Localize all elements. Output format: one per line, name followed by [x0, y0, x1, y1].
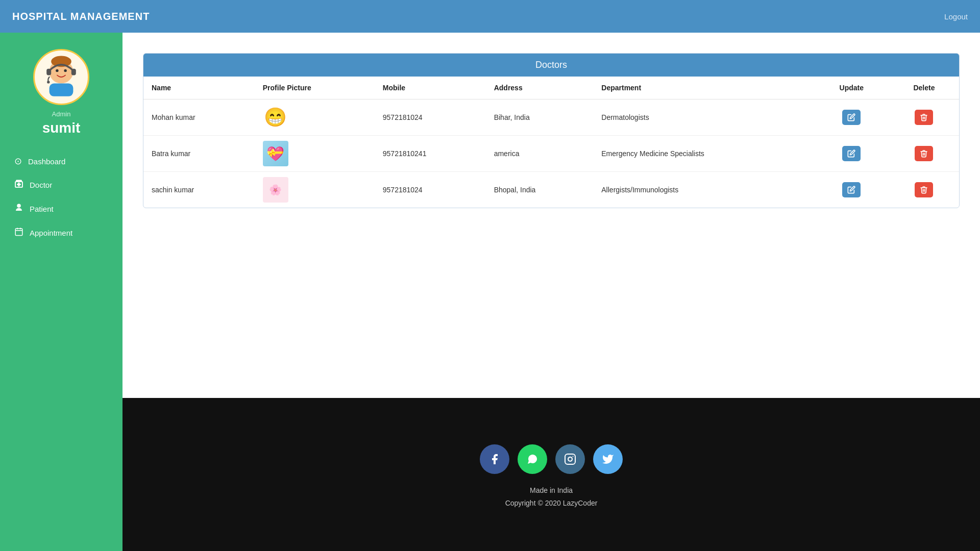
table-row: Batra kumar💝95721810241americaEmergency … — [143, 136, 959, 172]
svg-point-4 — [56, 69, 58, 72]
social-icons-group — [480, 444, 623, 474]
doctor-icon — [14, 179, 23, 191]
facebook-button[interactable] — [480, 444, 509, 474]
sidebar-label-patient: Patient — [30, 205, 54, 213]
doctor-profile-pic: 😁 — [255, 99, 375, 136]
svg-point-5 — [64, 69, 66, 72]
app-title: HOSPITAL MANAGEMENT — [12, 11, 150, 22]
sidebar-item-dashboard[interactable]: ⊙ Dashboard — [6, 151, 116, 172]
twitter-button[interactable] — [593, 444, 623, 474]
doctor-department: Allergists/Immunologists — [593, 172, 814, 208]
update-cell — [814, 172, 889, 208]
instagram-button[interactable] — [555, 444, 585, 474]
sidebar-label-appointment: Appointment — [30, 229, 72, 237]
avatar — [33, 49, 89, 105]
col-name: Name — [143, 77, 255, 99]
update-cell — [814, 99, 889, 136]
doctors-table: Name Profile Picture Mobile Address Depa… — [143, 77, 959, 208]
update-button[interactable] — [842, 110, 861, 125]
col-delete: Delete — [889, 77, 959, 99]
footer-text: Made in India Copyright © 2020 LazyCoder — [505, 484, 598, 510]
sidebar-item-patient[interactable]: Patient — [6, 198, 116, 220]
sidebar-item-doctor[interactable]: Doctor — [6, 174, 116, 196]
svg-rect-10 — [16, 180, 22, 182]
col-mobile: Mobile — [375, 77, 486, 99]
col-update: Update — [814, 77, 889, 99]
col-profile: Profile Picture — [255, 77, 375, 99]
sidebar-label-doctor: Doctor — [30, 181, 52, 189]
main-content: Doctors Name Profile Picture Mobile Addr… — [122, 33, 980, 398]
copyright-label: Copyright © 2020 LazyCoder — [505, 497, 598, 510]
doctor-name: sachin kumar — [143, 172, 255, 208]
col-department: Department — [593, 77, 814, 99]
delete-cell — [889, 136, 959, 172]
doctor-address: Bihar, India — [486, 99, 594, 136]
footer: Made in India Copyright © 2020 LazyCoder — [122, 398, 980, 551]
svg-rect-16 — [15, 229, 22, 236]
doctor-address: Bhopal, India — [486, 172, 594, 208]
table-row: Mohan kumar😁9572181024Bihar, IndiaDermat… — [143, 99, 959, 136]
admin-label: Admin — [52, 110, 71, 118]
sidebar: Admin sumit ⊙ Dashboard Doctor Patient A… — [0, 33, 122, 551]
svg-rect-20 — [565, 454, 575, 464]
doctor-profile-pic: 🌸 — [255, 172, 375, 208]
made-in-label: Made in India — [505, 484, 598, 497]
update-cell — [814, 136, 889, 172]
delete-cell — [889, 172, 959, 208]
svg-rect-14 — [17, 184, 21, 185]
sidebar-label-dashboard: Dashboard — [28, 157, 65, 166]
doctors-table-title: Doctors — [143, 54, 959, 77]
svg-point-15 — [17, 204, 21, 208]
table-row: sachin kumar🌸9572181024Bhopal, IndiaAlle… — [143, 172, 959, 208]
navbar: HOSPITAL MANAGEMENT Logout — [0, 0, 980, 33]
sidebar-item-appointment[interactable]: Appointment — [6, 222, 116, 244]
doctor-mobile: 9572181024 — [375, 172, 486, 208]
dashboard-icon: ⊙ — [14, 156, 22, 167]
doctor-address: america — [486, 136, 594, 172]
delete-cell — [889, 99, 959, 136]
doctor-department: Dermatologists — [593, 99, 814, 136]
sidebar-navigation: ⊙ Dashboard Doctor Patient Appointment — [0, 151, 122, 246]
col-address: Address — [486, 77, 594, 99]
svg-point-9 — [47, 81, 50, 83]
doctor-name: Batra kumar — [143, 136, 255, 172]
logout-button[interactable]: Logout — [944, 12, 968, 21]
svg-rect-8 — [71, 69, 76, 76]
doctor-name: Mohan kumar — [143, 99, 255, 136]
update-button[interactable] — [842, 146, 861, 161]
svg-rect-7 — [46, 69, 51, 76]
update-button[interactable] — [842, 182, 861, 197]
appointment-icon — [14, 227, 23, 239]
patient-icon — [14, 203, 23, 215]
delete-button[interactable] — [915, 110, 933, 125]
delete-button[interactable] — [915, 182, 933, 197]
svg-rect-6 — [50, 84, 74, 96]
whatsapp-button[interactable] — [518, 444, 547, 474]
doctors-table-card: Doctors Name Profile Picture Mobile Addr… — [143, 53, 960, 208]
doctor-mobile: 9572181024 — [375, 99, 486, 136]
doctor-department: Emergency Medicine Specialists — [593, 136, 814, 172]
delete-button[interactable] — [915, 146, 933, 161]
username-display: sumit — [42, 120, 81, 136]
doctor-mobile: 95721810241 — [375, 136, 486, 172]
doctor-profile-pic: 💝 — [255, 136, 375, 172]
